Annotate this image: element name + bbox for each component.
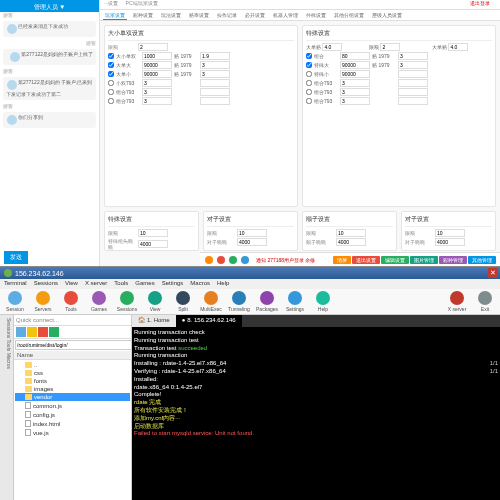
enable-checkbox[interactable] xyxy=(306,89,312,95)
enable-checkbox[interactable] xyxy=(306,98,312,104)
odds-input[interactable] xyxy=(398,70,428,78)
enable-checkbox[interactable] xyxy=(306,62,312,68)
odds-input[interactable] xyxy=(398,97,428,105)
pay-input[interactable] xyxy=(340,97,370,105)
odds-input[interactable] xyxy=(200,97,230,105)
nav-item[interactable]: 玩家设置 xyxy=(103,11,127,20)
terminal[interactable]: 🏠 1. Home ● 8. 156.234.62.146 Running tr… xyxy=(132,315,500,500)
nav-item[interactable]: 必开设置 xyxy=(243,11,267,20)
toolbar-button-exit[interactable]: Exit xyxy=(472,291,498,312)
menu-item[interactable]: Macros xyxy=(190,280,210,288)
pay-input[interactable] xyxy=(142,52,172,60)
enable-checkbox[interactable] xyxy=(306,53,312,59)
file-item[interactable]: fonts xyxy=(15,377,130,385)
enable-checkbox[interactable] xyxy=(306,71,312,77)
toolbar-button-help[interactable]: Help xyxy=(310,291,336,312)
odds-input[interactable] xyxy=(200,52,230,60)
logout-link[interactable]: 退出登录 xyxy=(470,0,490,6)
window-titlebar[interactable]: 156.234.62.146 ✕ xyxy=(0,267,500,279)
nav-item[interactable]: 层级人员设置 xyxy=(370,11,404,20)
tab-session[interactable]: ● 8. 156.234.62.146 xyxy=(176,315,242,327)
pay-input[interactable] xyxy=(142,61,172,69)
limit-input[interactable] xyxy=(138,43,168,51)
share-icon[interactable] xyxy=(205,256,213,264)
file-item[interactable]: .. xyxy=(15,361,130,369)
pay-input[interactable] xyxy=(142,88,172,96)
limit-input[interactable] xyxy=(237,229,267,237)
value-input[interactable] xyxy=(138,240,168,248)
side-tabs[interactable]: Sessions Tools Macros xyxy=(0,315,14,500)
toolbar-button-tunneling[interactable]: Tunneling xyxy=(226,291,252,312)
toolbar-button-split[interactable]: Split xyxy=(170,291,196,312)
quick-connect[interactable]: Quick connect... xyxy=(14,315,131,326)
enable-checkbox[interactable] xyxy=(108,62,114,68)
odds-input[interactable] xyxy=(200,70,230,78)
limit-input[interactable] xyxy=(336,229,366,237)
odds-input[interactable] xyxy=(200,79,230,87)
file-item[interactable]: vendor xyxy=(15,393,130,401)
file-item[interactable]: index.html xyxy=(15,419,130,428)
odds-input[interactable] xyxy=(398,79,428,87)
nav-item[interactable]: 彩种设置 xyxy=(131,11,155,20)
enable-checkbox[interactable] xyxy=(108,89,114,95)
file-item[interactable]: css xyxy=(15,369,130,377)
file-item[interactable]: config.js xyxy=(15,410,130,419)
menu-item[interactable]: View xyxy=(65,280,78,288)
send-button[interactable]: 发送 xyxy=(4,251,28,264)
enable-checkbox[interactable] xyxy=(108,98,114,104)
value-input[interactable] xyxy=(435,238,465,246)
limit-input[interactable] xyxy=(435,229,465,237)
footer-button[interactable]: 其他管理 xyxy=(468,256,496,264)
col-input[interactable] xyxy=(380,43,400,51)
toolbar-button-multiexec[interactable]: MultiExec xyxy=(198,291,224,312)
toolbar-button-session[interactable]: Session xyxy=(2,291,28,312)
toolbar-button-games[interactable]: Games xyxy=(86,291,112,312)
toolbar-button-settings[interactable]: Settings xyxy=(282,291,308,312)
value-input[interactable] xyxy=(336,238,366,246)
toolbar-button-servers[interactable]: Servers xyxy=(30,291,56,312)
menu-item[interactable]: Help xyxy=(217,280,229,288)
up-icon[interactable] xyxy=(49,327,59,337)
path-input[interactable] xyxy=(15,340,132,350)
share-icon[interactable] xyxy=(229,256,237,264)
pay-input[interactable] xyxy=(340,52,370,60)
odds-input[interactable] xyxy=(398,52,428,60)
footer-button[interactable]: 图片管理 xyxy=(410,256,438,264)
enable-checkbox[interactable] xyxy=(108,53,114,59)
pay-input[interactable] xyxy=(340,79,370,87)
menu-item[interactable]: Settings xyxy=(162,280,184,288)
tab-2[interactable]: PC端玩家设置 xyxy=(126,0,158,6)
folder-icon[interactable] xyxy=(27,327,37,337)
limit-input[interactable] xyxy=(138,229,168,237)
nav-item[interactable]: 玩法设置 xyxy=(159,11,183,20)
share-icon[interactable] xyxy=(217,256,225,264)
column-header[interactable]: Name xyxy=(14,351,131,360)
pay-input[interactable] xyxy=(340,88,370,96)
menu-item[interactable]: Games xyxy=(135,280,154,288)
nav-item[interactable]: 其他分组设置 xyxy=(332,11,366,20)
nav-item[interactable]: 机器人管理 xyxy=(271,11,300,20)
menu-item[interactable]: Terminal xyxy=(4,280,27,288)
toolbar-button-packages[interactable]: Packages xyxy=(254,291,280,312)
col-input[interactable] xyxy=(322,43,342,51)
nav-item[interactable]: 外线设置 xyxy=(304,11,328,20)
file-item[interactable]: images xyxy=(15,385,130,393)
pay-input[interactable] xyxy=(142,79,172,87)
menu-item[interactable]: Tools xyxy=(114,280,128,288)
toolbar-button-view[interactable]: View xyxy=(142,291,168,312)
menu-item[interactable]: Sessions xyxy=(34,280,58,288)
toolbar-button-x server[interactable]: X server xyxy=(444,291,470,312)
pay-input[interactable] xyxy=(142,97,172,105)
odds-input[interactable] xyxy=(200,61,230,69)
share-icon[interactable] xyxy=(241,256,249,264)
pay-input[interactable] xyxy=(340,70,370,78)
close-icon[interactable]: ✕ xyxy=(488,268,498,278)
footer-button[interactable]: 彩种管理 xyxy=(439,256,467,264)
odds-input[interactable] xyxy=(200,88,230,96)
col-input[interactable] xyxy=(448,43,468,51)
chat-header[interactable]: 管理人员 ▼ xyxy=(0,0,99,12)
nav-item[interactable]: 操作记录 xyxy=(215,11,239,20)
menu-item[interactable]: X server xyxy=(85,280,107,288)
odds-input[interactable] xyxy=(398,61,428,69)
home-icon[interactable] xyxy=(16,327,26,337)
